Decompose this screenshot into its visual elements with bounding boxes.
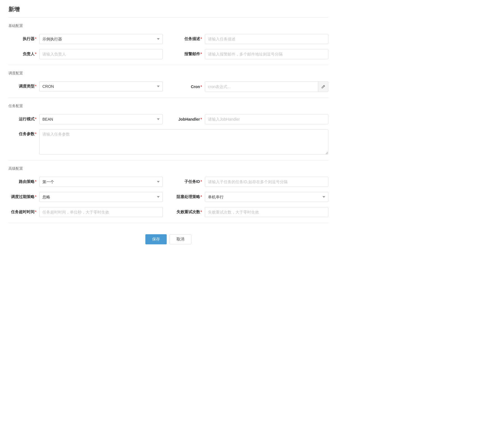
divider-footer (8, 223, 328, 223)
executor-select[interactable]: 示例执行器 (39, 34, 163, 44)
task-params-row: 任务参数* (8, 129, 328, 155)
child-task-id-input[interactable] (205, 177, 328, 187)
task-params-textarea[interactable] (39, 129, 328, 155)
task-desc-label: 任务描述* (174, 36, 205, 42)
cron-group: Cron* (174, 81, 328, 92)
schedule-expire-select[interactable]: 忽略 (39, 192, 163, 202)
basic-config-section: 基础配置 执行器* 示例执行器 任务描述* 负责人* 报警邮件 (8, 23, 328, 59)
job-handler-group: JobHandler* (174, 114, 328, 124)
cron-edit-button[interactable] (318, 82, 328, 92)
executor-group: 执行器* 示例执行器 (8, 34, 163, 44)
advanced-row-3: 任务超时时间* 失败重试次数* (8, 207, 328, 217)
save-button[interactable]: 保存 (145, 234, 167, 244)
cron-input-wrapper (205, 81, 328, 92)
alert-email-input[interactable] (205, 49, 328, 59)
timeout-group: 任务超时时间* (8, 207, 163, 217)
advanced-config-title: 高级配置 (8, 166, 328, 172)
schedule-expire-group: 调度过期策略* 忽略 (8, 192, 163, 202)
edit-icon (321, 85, 325, 89)
divider-2 (8, 98, 328, 98)
basic-row-2: 负责人* 报警邮件* (8, 49, 328, 59)
run-mode-select[interactable]: BEAN (39, 114, 163, 124)
cancel-button[interactable]: 取消 (169, 234, 191, 244)
schedule-type-group: 调度类型* CRON (8, 81, 163, 91)
task-desc-input[interactable] (205, 34, 328, 44)
cron-label: Cron* (174, 84, 205, 89)
route-strategy-label: 路由策略* (8, 179, 39, 184)
schedule-expire-label: 调度过期策略* (8, 194, 39, 199)
advanced-row-1: 路由策略* 第一个 子任务ID* (8, 177, 328, 187)
task-desc-group: 任务描述* (174, 34, 328, 44)
route-strategy-select[interactable]: 第一个 (39, 177, 163, 187)
fail-retry-label: 失败重试次数* (174, 210, 205, 215)
task-params-label: 任务参数* (8, 129, 39, 137)
job-handler-input[interactable] (205, 114, 328, 124)
fail-retry-group: 失败重试次数* (174, 207, 328, 217)
timeout-input[interactable] (39, 207, 163, 217)
schedule-type-label: 调度类型* (8, 84, 39, 89)
block-strategy-label: 阻塞处理策略* (174, 194, 205, 199)
timeout-label: 任务超时时间* (8, 210, 39, 215)
block-strategy-group: 阻塞处理策略* 单机串行 (174, 192, 328, 202)
owner-group: 负责人* (8, 49, 163, 59)
advanced-row-2: 调度过期策略* 忽略 阻塞处理策略* 单机串行 (8, 192, 328, 202)
schedule-type-select[interactable]: CRON (39, 81, 163, 91)
schedule-config-title: 调度配置 (8, 71, 328, 77)
basic-row-1: 执行器* 示例执行器 任务描述* (8, 34, 328, 44)
run-mode-group: 运行模式* BEAN (8, 114, 163, 124)
task-config-section: 任务配置 运行模式* BEAN JobHandler* 任务参数* (8, 104, 328, 155)
page-title: 新增 (8, 6, 328, 18)
fail-retry-input[interactable] (205, 207, 328, 217)
child-task-id-label: 子任务ID* (174, 179, 205, 184)
schedule-row-1: 调度类型* CRON Cron* (8, 81, 328, 92)
advanced-config-section: 高级配置 路由策略* 第一个 子任务ID* 调度过期策略* 忽略 (8, 166, 328, 217)
basic-config-title: 基础配置 (8, 23, 328, 29)
run-mode-label: 运行模式* (8, 117, 39, 122)
alert-email-group: 报警邮件* (174, 49, 328, 59)
child-task-id-group: 子任务ID* (174, 177, 328, 187)
owner-input[interactable] (39, 49, 163, 59)
cron-input[interactable] (205, 82, 318, 92)
task-config-title: 任务配置 (8, 104, 328, 110)
executor-label: 执行器* (8, 36, 39, 42)
divider-1 (8, 65, 328, 65)
block-strategy-select[interactable]: 单机串行 (205, 192, 328, 202)
task-row-1: 运行模式* BEAN JobHandler* (8, 114, 328, 124)
owner-label: 负责人* (8, 52, 39, 57)
schedule-config-section: 调度配置 调度类型* CRON Cron* (8, 71, 328, 92)
route-strategy-group: 路由策略* 第一个 (8, 177, 163, 187)
job-handler-label: JobHandler* (174, 117, 205, 121)
alert-email-label: 报警邮件* (174, 52, 205, 57)
divider-3 (8, 160, 328, 160)
footer-actions: 保存 取消 (8, 229, 328, 250)
